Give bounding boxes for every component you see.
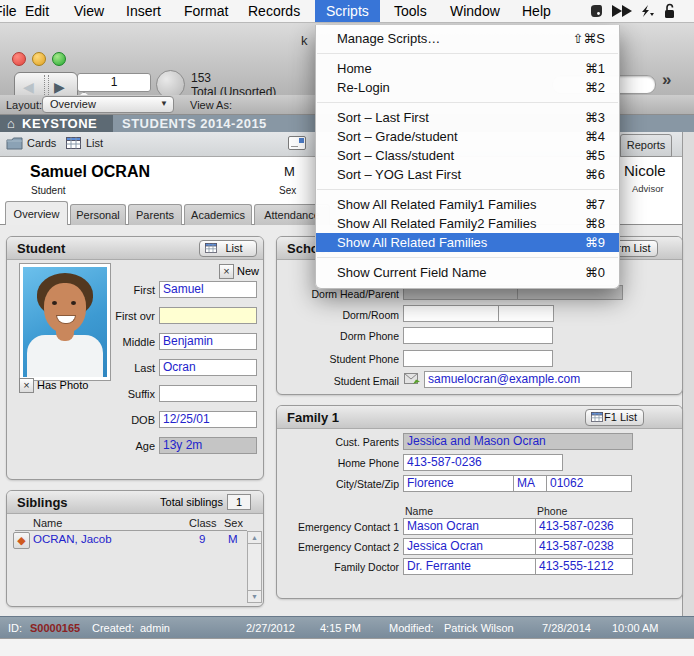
sibling-row[interactable]: ◆ OCRAN, Jacob 9 M — [7, 532, 247, 549]
menu-item-re-login[interactable]: Re-Login ⌘2 — [316, 78, 619, 97]
go-to-record-icon[interactable]: ◆ — [13, 532, 30, 549]
field-label-first-ovr: First ovr — [57, 310, 155, 322]
menu-item-shortcut: ⌘0 — [585, 263, 605, 282]
suffix-field[interactable] — [159, 385, 257, 402]
cust-parents-label: Cust. Parents — [287, 436, 399, 448]
record-id-value: S0000165 — [30, 622, 80, 634]
student-list-button[interactable]: List — [199, 240, 257, 257]
fast-forward-menu-icon[interactable] — [611, 4, 633, 18]
send-email-icon[interactable] — [404, 373, 421, 385]
menu-item-show-current-field-name[interactable]: Show Current Field Name ⌘0 — [316, 263, 619, 282]
menu-item-shortcut: ⌘4 — [585, 127, 605, 146]
dob-field[interactable]: 12/25/01 — [159, 411, 257, 428]
contact-name-col: Name — [405, 505, 433, 517]
menu-scripts[interactable]: Scripts — [315, 0, 380, 22]
menu-window[interactable]: Window — [450, 0, 500, 22]
unlock-menu-icon[interactable] — [663, 3, 676, 19]
menu-item-shortcut: ⌘7 — [585, 195, 605, 214]
menu-item-sort-class-student[interactable]: Sort – Class/student ⌘5 — [316, 146, 619, 165]
menu-item-sort-last-first[interactable]: Sort – Last First ⌘3 — [316, 108, 619, 127]
emergency-contact-2-name[interactable]: Jessica Ocran — [403, 538, 537, 555]
emergency-contact-1-name[interactable]: Mason Ocran — [403, 518, 537, 535]
advisor-label: Advisor — [632, 183, 664, 194]
zoom-window-button[interactable] — [52, 52, 66, 66]
age-field: 13y 2m — [159, 437, 257, 454]
cards-button[interactable]: Cards — [27, 137, 56, 149]
student-email-label: Student Email — [287, 375, 399, 387]
dorm-room-label: Dorm/Room — [287, 309, 399, 321]
home-phone-field[interactable]: 413-587-0236 — [403, 454, 563, 471]
tab-personal[interactable]: Personal — [70, 204, 126, 225]
minimize-window-button[interactable] — [32, 52, 46, 66]
layout-dropdown-value: Overview — [50, 98, 96, 110]
state-field[interactable]: MA — [513, 475, 549, 492]
new-checkbox[interactable]: × — [219, 264, 234, 279]
menu-item-home[interactable]: Home ⌘1 — [316, 59, 619, 78]
modified-date: 7/28/2014 — [542, 622, 591, 634]
menu-item-label: Sort – Grade/student — [337, 127, 458, 146]
scroll-up-icon[interactable]: ▲ — [248, 532, 261, 544]
menu-item-shortcut: ⌘2 — [585, 78, 605, 97]
check-x-icon: × — [23, 379, 29, 391]
evernote-menu-icon[interactable] — [588, 3, 604, 19]
tab-overview[interactable]: Overview — [5, 201, 68, 225]
window-bottom-bar: 100 − + Browse — [0, 638, 694, 656]
menu-insert[interactable]: Insert — [126, 0, 161, 22]
dorm-phone-field[interactable] — [403, 327, 553, 344]
tab-academics[interactable]: Academics — [184, 204, 252, 225]
student-list-button-label: List — [225, 242, 242, 254]
student-panel-header: Student List — [7, 237, 263, 260]
menu-item-show-all-related-families[interactable]: Show All Related Families ⌘9 — [316, 233, 619, 252]
menu-item-sort-yog-last-first[interactable]: Sort – YOG Last First ⌘6 — [316, 165, 619, 184]
flash-off-menu-icon[interactable] — [640, 4, 655, 18]
menu-file[interactable]: File — [0, 0, 17, 22]
menu-format[interactable]: Format — [184, 0, 228, 22]
city-state-zip-label: City/State/Zip — [287, 478, 399, 490]
menu-records[interactable]: Records — [248, 0, 300, 22]
family-doctor-phone[interactable]: 413-555-1212 — [535, 558, 633, 575]
record-indicator-icon[interactable] — [288, 136, 306, 150]
menu-item-shortcut: ⌘9 — [585, 233, 605, 252]
menu-item-shortcut: ⌘1 — [585, 59, 605, 78]
student-phone-field[interactable] — [403, 350, 553, 367]
dorm-field[interactable] — [403, 305, 499, 322]
created-time: 4:15 PM — [320, 622, 361, 634]
first-name-field[interactable]: Samuel — [159, 281, 257, 298]
student-panel-title: Student — [17, 241, 65, 256]
tab-reports[interactable]: Reports — [620, 134, 672, 157]
menu-item-show-family2-families[interactable]: Show All Related Family2 Families ⌘8 — [316, 214, 619, 233]
next-record-icon[interactable]: ▶ — [54, 79, 65, 95]
menu-item-show-family1-families[interactable]: Show All Related Family1 Families ⌘7 — [316, 195, 619, 214]
has-photo-checkbox[interactable]: × — [19, 378, 34, 393]
previous-record-icon[interactable]: ◀ — [23, 79, 34, 95]
record-number-field[interactable]: 1 — [77, 73, 151, 92]
menu-item-sort-grade-student[interactable]: Sort – Grade/student ⌘4 — [316, 127, 619, 146]
toolbar-overflow-icon[interactable]: » — [662, 70, 671, 90]
middle-name-field[interactable]: Benjamin — [159, 333, 257, 350]
list-button[interactable]: List — [86, 137, 103, 149]
menu-help[interactable]: Help — [522, 0, 551, 22]
student-email-field[interactable]: samuelocran@example.com — [424, 371, 632, 388]
dorm-phone-label: Dorm Phone — [287, 330, 399, 342]
zip-field[interactable]: 01062 — [546, 475, 632, 492]
siblings-scrollbar[interactable]: ▲ ▼ — [247, 531, 262, 603]
tab-parents[interactable]: Parents — [128, 204, 182, 225]
first-ovr-field[interactable] — [159, 307, 257, 324]
f1-list-button[interactable]: F1 List — [585, 409, 644, 426]
menu-separator — [317, 102, 618, 103]
close-window-button[interactable] — [12, 52, 26, 66]
menu-edit[interactable]: Edit — [25, 0, 49, 22]
menu-item-manage-scripts[interactable]: Manage Scripts… ⇧⌘S — [316, 29, 619, 48]
layout-dropdown[interactable]: Overview ▼ — [42, 96, 174, 113]
list-table-icon — [591, 412, 603, 422]
family-doctor-name[interactable]: Dr. Ferrante — [403, 558, 537, 575]
menu-view[interactable]: View — [74, 0, 104, 22]
emergency-contact-2-phone[interactable]: 413-587-0238 — [535, 538, 633, 555]
sibling-name[interactable]: OCRAN, Jacob — [33, 533, 112, 545]
last-name-field[interactable]: Ocran — [159, 359, 257, 376]
city-field[interactable]: Florence — [403, 475, 515, 492]
emergency-contact-1-phone[interactable]: 413-587-0236 — [535, 518, 633, 535]
menu-tools[interactable]: Tools — [394, 0, 427, 22]
room-field[interactable] — [498, 305, 554, 322]
scroll-down-icon[interactable]: ▼ — [248, 590, 261, 602]
